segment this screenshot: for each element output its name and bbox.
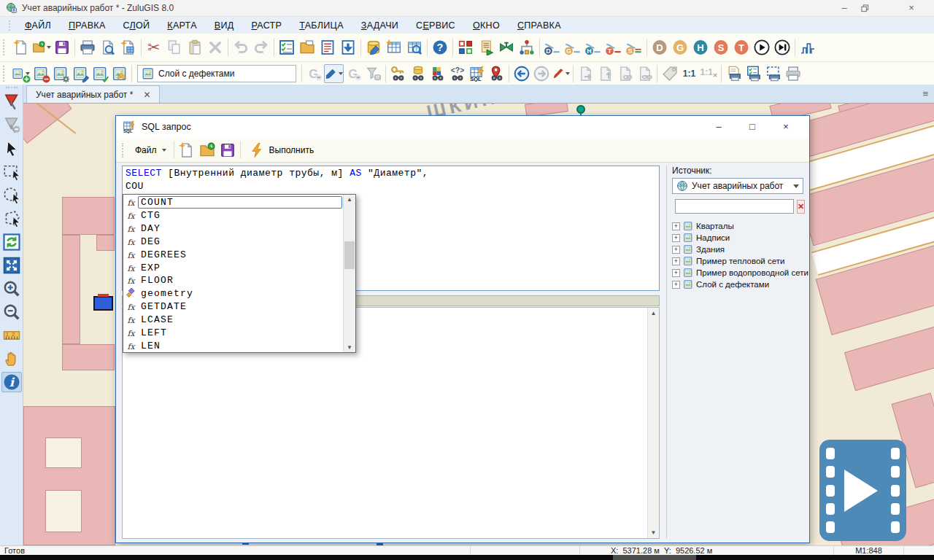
valve-analysis[interactable] [496, 37, 517, 58]
tree-item-nadpisi[interactable]: +Надписи [672, 232, 803, 244]
minimize-button[interactable]: – [827, 0, 861, 16]
print[interactable] [77, 37, 98, 58]
layer-select[interactable] [90, 64, 109, 83]
new-report[interactable] [118, 37, 139, 58]
print-preview[interactable] [98, 37, 118, 58]
map-canvas[interactable]: ШКИН [23, 104, 934, 545]
mode-t[interactable]: T [731, 37, 752, 58]
scale-one-to-one[interactable]: 1:1 [679, 64, 699, 83]
autocomplete-item-ctg[interactable]: fxCTG [123, 209, 343, 222]
dialog-save-query-button[interactable] [217, 140, 238, 160]
autocomplete-item-degrees[interactable]: fxDEGREES [123, 248, 343, 261]
autocomplete-item-len[interactable]: fxLEN [123, 339, 343, 352]
expand-icon[interactable]: + [672, 257, 680, 265]
mode-d[interactable]: D [649, 37, 670, 58]
dialog-file-menu[interactable]: Файл [130, 142, 171, 158]
layer-edit[interactable] [70, 64, 90, 83]
new-map[interactable] [11, 37, 31, 58]
select-tool[interactable] [1, 139, 22, 159]
menu-edit[interactable]: ПРАВКА [60, 18, 115, 33]
tree-item-kvartaly[interactable]: +Кварталы [672, 220, 803, 232]
menu-file[interactable]: ФАЙЛ [16, 18, 60, 33]
autocomplete-item-floor[interactable]: fxFLOOR [123, 274, 343, 287]
layer-draw[interactable] [109, 64, 129, 83]
autocomplete-item-day[interactable]: fxDAY [123, 222, 343, 236]
start-calculation[interactable] [752, 37, 772, 58]
tab-map-document[interactable]: Учет аварийных работ * ✕ [26, 85, 160, 103]
expand-icon[interactable]: + [672, 234, 680, 242]
scrollbar-thumb[interactable] [344, 241, 355, 269]
print-area[interactable] [763, 64, 783, 83]
scroll-up-icon[interactable]: ▲ [344, 196, 355, 203]
expand-icon[interactable]: + [672, 269, 680, 277]
sql-query[interactable]: SQL [467, 64, 487, 83]
close-button[interactable]: × [895, 0, 928, 16]
find-by-key[interactable] [388, 64, 408, 83]
measure-distance[interactable]: 12 [1, 325, 22, 346]
print-settings[interactable] [744, 64, 763, 83]
layer-add[interactable] [11, 64, 31, 83]
dialog-close-button[interactable]: × [769, 119, 803, 135]
tree-item-vodo[interactable]: +Пример водопроводной сети [672, 267, 803, 279]
dialog-new-query-button[interactable] [177, 140, 197, 160]
mode-g[interactable]: G [670, 37, 690, 58]
find-address[interactable] [487, 64, 506, 83]
find-by-request[interactable]: <?> [447, 64, 467, 83]
run-query-button[interactable]: Выполнить [243, 140, 320, 160]
autocomplete-item-deg[interactable]: fxDEG [123, 235, 343, 248]
expand-icon[interactable]: + [672, 222, 680, 230]
autocomplete-scrollbar[interactable]: ▲ ▼ [343, 195, 355, 352]
menu-service[interactable]: СЕРВИС [407, 18, 464, 33]
select-ellipse[interactable] [1, 185, 22, 206]
scroll-up-icon[interactable]: ▲ [651, 310, 657, 316]
map-legend[interactable] [317, 37, 338, 58]
zoom-extent[interactable] [1, 255, 22, 276]
video-play-overlay[interactable] [819, 440, 906, 541]
autocomplete-item-geometry[interactable]: geometry [123, 287, 343, 300]
zoom-in[interactable] [1, 279, 22, 299]
open-map[interactable] [31, 37, 52, 58]
result-scrollbar[interactable]: ▲ ▼ [647, 308, 659, 538]
import-data[interactable] [338, 37, 358, 58]
menu-map[interactable]: КАРТА [158, 18, 205, 33]
dialog-open-query-button[interactable] [197, 140, 217, 160]
pan-tool[interactable] [1, 349, 22, 369]
select-polygon[interactable] [1, 209, 22, 229]
tree-item-zdaniya[interactable]: +Здания [672, 244, 803, 255]
stop-calculation[interactable] [772, 37, 792, 58]
mode-s[interactable]: S [711, 37, 731, 58]
save[interactable] [52, 37, 72, 58]
chart-g[interactable]: G [563, 37, 583, 58]
scroll-down-icon[interactable]: ▼ [651, 529, 657, 536]
menu-window[interactable]: ОКНО [464, 18, 509, 33]
clear-search-button[interactable]: ✕ [797, 200, 805, 214]
restore-button[interactable] [861, 4, 895, 12]
dialog-maximize-button[interactable]: □ [736, 119, 769, 135]
menu-raster[interactable]: РАСТР [242, 18, 290, 33]
model-blocks[interactable] [455, 37, 476, 58]
expand-icon[interactable]: + [672, 281, 680, 289]
task-list[interactable] [277, 37, 297, 58]
table-search[interactable] [404, 37, 425, 58]
chart-d[interactable]: D [542, 37, 563, 58]
chart-h[interactable]: H [583, 37, 603, 58]
cut[interactable]: ✂ [144, 37, 164, 58]
find-by-theme[interactable] [428, 64, 447, 83]
add-flag[interactable] [1, 92, 22, 112]
autocomplete-item-left[interactable]: fxLEFT [123, 326, 343, 339]
chart-s[interactable]: S [624, 37, 644, 58]
expand-icon[interactable]: + [672, 246, 680, 254]
active-layer-combo[interactable]: Слой с дефектами [137, 65, 296, 82]
network-analysis[interactable] [517, 37, 537, 58]
piezometric-graph[interactable] [798, 37, 818, 58]
menu-table[interactable]: ТАБЛИЦА [290, 18, 352, 33]
menu-tasks[interactable]: ЗАДАЧИ [352, 18, 407, 33]
select-rectangle[interactable] [1, 162, 22, 182]
autocomplete-item-count[interactable]: fxCOUNT [123, 196, 343, 209]
help[interactable]: ? [430, 37, 450, 58]
menu-view[interactable]: ВИД [206, 18, 243, 33]
tree-item-defekty[interactable]: +Слой с дефектами [672, 279, 803, 290]
toolbar-overflow-icon[interactable]: ≡ [922, 88, 928, 99]
layer-properties[interactable] [50, 64, 70, 83]
print-map[interactable] [724, 64, 744, 83]
